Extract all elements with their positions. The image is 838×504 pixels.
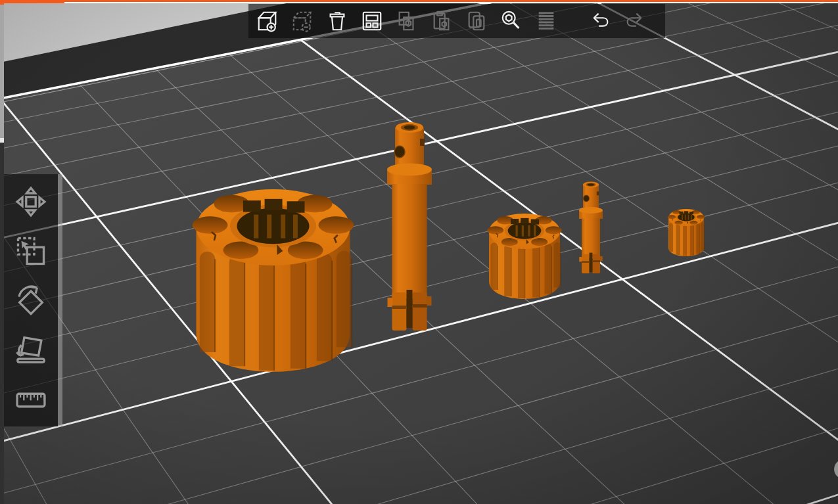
toolbar-button-copy[interactable] (390, 6, 423, 36)
app-window (0, 0, 838, 504)
viewport-3d[interactable] (0, 0, 838, 504)
place-on-face-icon (14, 332, 48, 366)
toolbar-button-scale-tool[interactable] (9, 230, 53, 272)
left-toolbar (4, 174, 58, 426)
search-icon (500, 10, 523, 32)
copy-icon (396, 10, 418, 32)
undo-arrow-icon (589, 10, 611, 32)
trash-icon (326, 10, 348, 32)
instances-icon (465, 10, 488, 32)
top-toolbar (248, 4, 665, 38)
toolbar-button-place-on-face-tool[interactable] (9, 328, 53, 370)
paste-icon (431, 10, 453, 32)
scale-select-icon (14, 234, 48, 268)
toolbar-button-arrange[interactable] (356, 6, 388, 36)
cube-minus-icon (291, 10, 314, 32)
move-arrows-icon (14, 185, 48, 219)
window-top-accent-bar (4, 0, 64, 3)
toolbar-button-remove-object[interactable] (286, 6, 319, 36)
window-corner-chip (0, 0, 4, 5)
toolbar-button-move-tool[interactable] (9, 181, 53, 223)
toolbar-button-variable-layer-height[interactable] (530, 6, 563, 36)
toolbar-button-undo[interactable] (584, 6, 617, 36)
cube-plus-icon (256, 10, 279, 32)
toolbar-button-add-object[interactable] (251, 6, 284, 36)
toolbar-button-rotate-tool[interactable] (9, 279, 53, 321)
rotate-diamond-icon (14, 283, 48, 317)
ruler-icon (14, 380, 48, 415)
window-top-accent-line (64, 0, 838, 2)
toolbar-button-measure-tool[interactable] (9, 377, 53, 419)
layer-bars-icon (535, 10, 557, 32)
toolbar-button-redo[interactable] (618, 6, 651, 36)
toolbar-button-paste[interactable] (425, 6, 458, 36)
toolbar-button-search[interactable] (495, 6, 528, 36)
toolbar-button-delete-all[interactable] (321, 6, 354, 36)
arrange-icon (361, 10, 383, 32)
left-toolbar-edge-highlight (58, 174, 62, 426)
toolbar-button-add-instance[interactable] (460, 6, 493, 36)
viewport-vignette (0, 0, 838, 504)
redo-arrow-icon (624, 10, 646, 32)
